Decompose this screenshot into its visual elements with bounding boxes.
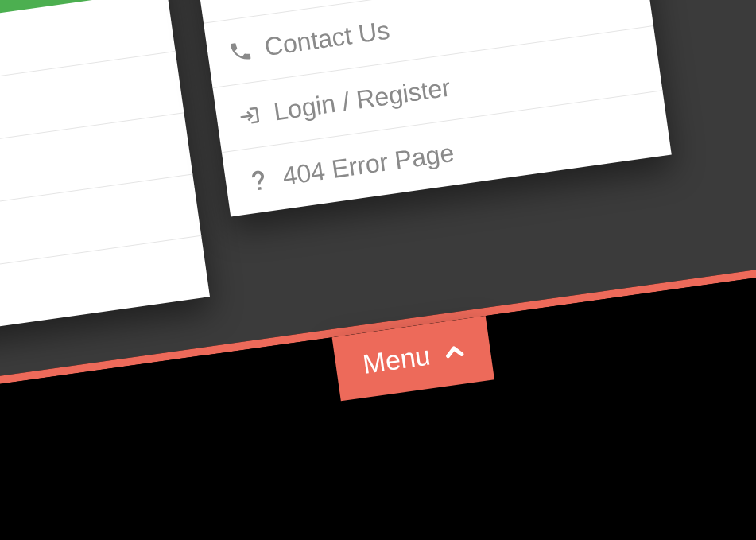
- chevron-up-icon: [441, 338, 468, 365]
- signin-icon: [236, 102, 263, 129]
- menu-item-label: 404 Error Page: [281, 138, 456, 192]
- question-icon: [245, 167, 272, 194]
- menu-item-label: Contact Us: [262, 16, 391, 63]
- menu-item-label: Login / Register: [272, 73, 452, 127]
- phone-icon: [227, 37, 254, 64]
- menu-toggle-label: Menu: [361, 340, 432, 379]
